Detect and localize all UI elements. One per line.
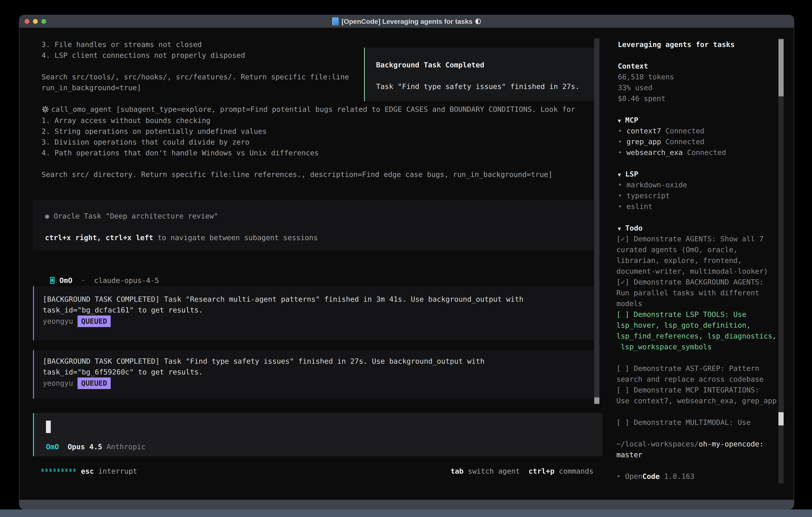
tool-call-item: 3. Division operations that could divide… (41, 137, 249, 147)
task-block-line2: task_id="bg_6f59260c" to get results. (43, 366, 203, 377)
separator-dot: · (81, 276, 86, 284)
todo-line-done: models (616, 298, 642, 309)
todo-line-active: lsp_hover, lsp_goto_definition, (616, 320, 751, 331)
opencode-version-line: • OpenCode 1.0.163 (616, 471, 694, 482)
todo-line-pending: search and replace across codebase (616, 374, 764, 385)
task-block-meta: yeongyuQUEUED (43, 377, 111, 389)
mcp-item-status: Connected (687, 148, 726, 157)
tool-call-footer: Search src/ directory. Return specific f… (41, 169, 553, 180)
todo-line-done: librarian, explore, frontend, (616, 255, 742, 266)
window-bottom-chrome (19, 500, 794, 509)
gear-icon (41, 106, 49, 114)
lsp-item: • eslint (618, 201, 652, 212)
tab-key-hint: tab (451, 467, 464, 475)
bullet-icon: • (618, 192, 627, 200)
context-tokens: 66,518 tokens (618, 72, 674, 82)
message-line: 3. File handles or streams not closed (41, 39, 202, 50)
todo-line-done: curated agents (OmO, oracle, (616, 244, 738, 255)
todo-line-done: [✓] Demonstrate AGENTS: Show all 7 (616, 234, 764, 244)
ctrlp-key-hint: ctrl+p (528, 467, 554, 475)
todo-scrollbar-thumb[interactable] (778, 412, 784, 426)
sidebar-section-lsp[interactable]: ▼ LSP (618, 169, 638, 180)
chevron-down-icon: ▼ (618, 118, 621, 124)
workspace-repo-name: oh-my-opencode: (699, 440, 764, 448)
statusbar-left: esc interrupt (81, 466, 137, 477)
bullet-icon: • (618, 138, 627, 146)
lsp-item: • markdown-oxide (618, 180, 687, 190)
bullet-icon: • (618, 127, 627, 135)
toast-message: Task "Find type safety issues" finished … (376, 81, 580, 92)
window-titlebar[interactable]: [OpenCode] Leveraging agents for tasks (19, 15, 794, 28)
chevron-down-icon: ▼ (618, 172, 621, 178)
screen: { "window": { "title": "[OpenCode] Lever… (0, 0, 812, 517)
todo-line-done: [✓] Demonstrate BACKGROUND AGENTS: (616, 277, 764, 288)
mcp-item-status: Connected (665, 127, 704, 135)
input-model-row[interactable]: OmO Opus 4.5 Anthropic (46, 441, 146, 452)
bullseye-icon: ◉ (45, 212, 49, 220)
input-model-name: Opus 4.5 (67, 443, 102, 451)
desktop-bottom-strip (0, 509, 812, 517)
task-block-meta: yeongyuQUEUED (43, 316, 111, 327)
lsp-item-name: eslint (627, 202, 652, 211)
mcp-item-name: grep_app (627, 138, 661, 146)
todo-line-pending: [ ] Demonstrate MULTIMODAL: Use (616, 417, 751, 428)
esc-key-label: interrupt (98, 467, 137, 475)
window-title-area: [OpenCode] Leveraging agents for tasks (19, 15, 794, 28)
workspace-path: ~/local-workspaces/oh-my-opencode: (616, 439, 764, 450)
todo-line-active: [ ] Demonstrate LSP TOOLS: Use (616, 309, 746, 320)
message-line: 4. LSP client connections not properly d… (41, 50, 245, 61)
main-scrollbar-track[interactable] (594, 38, 600, 404)
ctrlp-key-label: commands (559, 467, 593, 475)
task-block-line1: [BACKGROUND TASK COMPLETED] Task "Find t… (43, 356, 485, 366)
mcp-item: • context7 Connected (618, 126, 704, 136)
tool-call-item: 4. Path operations that don't handle Win… (41, 147, 319, 158)
status-badge: QUEUED (78, 316, 111, 327)
task-block-line1: [BACKGROUND TASK COMPLETED] Task "Resear… (43, 294, 523, 305)
mcp-item-status: Connected (665, 138, 704, 146)
lsp-item: • typescript (618, 190, 670, 201)
sidebar-scrollbar-thumb[interactable] (778, 39, 784, 97)
input-provider-name: Anthropic (107, 443, 145, 451)
tool-call-item: 2. String operations on potentially unde… (41, 126, 267, 137)
sidebar-section-todo[interactable]: ▼ Todo (618, 223, 643, 234)
bullet-icon: • (618, 148, 627, 157)
document-icon (332, 18, 339, 25)
window-title: [OpenCode] Leveraging agents for tasks (342, 18, 472, 25)
todo-line-done: Run parallel tasks with different (616, 288, 759, 298)
lsp-heading: LSP (625, 170, 638, 178)
tab-key-label: switch agent (468, 467, 520, 475)
oracle-shortcut-hint: ctrl+x right, ctrl+x left to navigate be… (45, 232, 318, 243)
workspace-branch: master (616, 450, 642, 460)
oracle-task-header: ◉ Oracle Task "Deep architecture review" (45, 211, 218, 221)
brand-code: Code (642, 472, 660, 481)
sidebar-session-title: Leveraging agents for tasks (618, 39, 735, 50)
username: yeongyu (43, 317, 73, 325)
todo-line-pending: [ ] Demonstrate AST-GREP: Pattern (616, 363, 759, 374)
separator-dot (72, 276, 81, 284)
bullet-icon: • (618, 202, 627, 211)
half-circle-icon (475, 19, 481, 24)
chevron-down-icon: ▼ (618, 226, 621, 232)
lsp-item-name: markdown-oxide (627, 181, 687, 189)
status-badge: QUEUED (78, 377, 111, 389)
brand-open: Open (625, 472, 642, 481)
sidebar-section-mcp[interactable]: ▼ MCP (618, 115, 638, 126)
main-scrollbar-thumb[interactable] (594, 398, 600, 404)
tool-call-item: 1. Array access without bounds checking (41, 115, 210, 126)
mcp-item-name: websearch_exa (627, 148, 683, 157)
task-completed-block: [BACKGROUND TASK COMPLETED] Task "Resear… (33, 286, 595, 340)
statusbar-right: tab switch agent ctrl+p commands (451, 466, 593, 477)
toast-title: Background Task Completed (376, 60, 484, 71)
mcp-item: • websearch_exa Connected (618, 147, 726, 158)
sidebar-context-heading: Context (618, 61, 648, 72)
context-spent: $0.46 spent (618, 93, 665, 104)
mcp-item-name: context7 (627, 127, 661, 135)
agent-name: OmO (59, 276, 72, 284)
task-block-line2: task_id="bg_dcfac161" to get results. (43, 305, 203, 316)
lsp-item-name: typescript (627, 192, 670, 200)
mcp-heading: MCP (625, 116, 638, 124)
text-cursor (46, 420, 51, 433)
task-completed-block: [BACKGROUND TASK COMPLETED] Task "Find t… (33, 350, 595, 399)
todo-line-pending: Use context7, websearch_exa, grep_app (616, 396, 777, 406)
agent-model: claude-opus-4-5 (94, 276, 159, 284)
